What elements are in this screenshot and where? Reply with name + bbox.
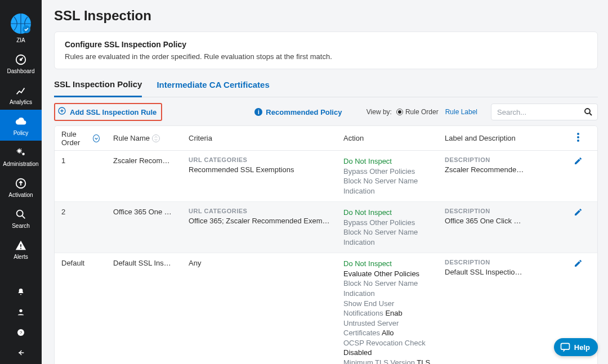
cloud-icon [14,115,28,128]
collapse-icon [16,348,25,359]
sidebar: ZIA Dashboard Analytics Policy Administr… [0,0,42,364]
rules-table: Rule Order Rule Name Criteria Action Lab… [54,125,598,364]
alert-icon [15,239,27,251]
table-header: Rule Order Rule Name Criteria Action Lab… [55,126,597,151]
cell-label-desc: DESCRIPTIONDefault SSL Inspectio… [438,259,567,364]
search-input[interactable] [491,104,598,120]
tabs: SSL Inspection Policy Intermediate CA Ce… [54,73,598,97]
tab-intermediate-ca[interactable]: Intermediate CA Certificates [157,73,269,96]
th-criteria: Criteria [189,134,212,142]
radio-rule-label-label: Rule Label [445,108,477,116]
svg-point-7 [17,210,23,217]
sidebar-item-search[interactable]: Search [0,203,42,233]
page-title: SSL Inspection [54,8,598,24]
help-button[interactable]: Help [554,338,598,356]
sidebar-brand[interactable]: ZIA [0,7,42,48]
sidebar-item-activation[interactable]: Activation [0,172,42,203]
gauge-icon [15,53,27,66]
cell-action: Do Not InspectBypass Other PoliciesBlock… [337,208,438,247]
sort-icon-grey[interactable] [152,134,160,142]
cell-edit [567,156,589,196]
edit-icon[interactable] [574,156,583,167]
th-rule-order[interactable]: Rule Order [61,130,91,147]
add-ssl-inspection-rule-button[interactable]: Add SSL Inspection Rule [54,103,162,121]
toolbar: Add SSL Inspection Rule i Recommended Po… [54,103,598,121]
cell-label-desc: DESCRIPTIONZscaler Recommende… [438,156,567,196]
sidebar-item-policy[interactable]: Policy [0,110,42,141]
edit-icon[interactable] [574,259,583,269]
cell-action: Do Not InspectBypass Other PoliciesBlock… [337,156,438,196]
tab-ssl-inspection-policy[interactable]: SSL Inspection Policy [54,73,142,97]
svg-point-15 [577,133,579,135]
svg-point-3 [20,59,22,61]
upload-icon [15,177,27,190]
config-card-title: Configure SSL Inspection Policy [65,40,587,49]
cell-criteria: URL CATEGORIESOffice 365; Zscaler Recomm… [182,208,337,247]
th-rule-name[interactable]: Rule Name [113,134,150,142]
radio-selected-icon [396,109,403,115]
cell-name: Default SSL Inspectio… [106,259,182,364]
plus-circle-icon [57,106,66,118]
sidebar-item-dashboard[interactable]: Dashboard [0,48,42,79]
radio-rule-order-label: Rule Order [405,108,439,116]
svg-point-5 [22,153,24,155]
view-by-group: View by: Rule Order Rule Label [366,104,598,120]
brand-label: ZIA [16,37,25,43]
table-body: 1Zscaler Recommende…URL CATEGORIESRecomm… [55,151,597,364]
bell-icon [16,287,25,299]
cell-order: 1 [55,156,106,196]
th-label-desc: Label and Description [445,134,516,142]
help-label: Help [574,343,590,352]
config-card: Configure SSL Inspection Policy Rules ar… [54,32,598,69]
svg-point-16 [577,136,579,138]
sort-icon[interactable] [93,134,100,142]
table-row: 1Zscaler Recommende…URL CATEGORIESRecomm… [55,151,597,202]
table-row: 2Office 365 One ClickURL CATEGORIESOffic… [55,202,597,253]
add-rule-label: Add SSL Inspection Rule [70,108,157,116]
search-icon[interactable] [583,107,593,119]
svg-rect-18 [561,343,569,349]
sidebar-mini-bell[interactable] [0,283,42,303]
cell-order: Default [55,259,106,364]
main-area: SSL Inspection Configure SSL Inspection … [42,0,608,364]
sidebar-label-alerts: Alerts [14,254,28,260]
recommended-policy-link[interactable]: i Recommended Policy [254,108,342,116]
svg-rect-8 [20,244,21,247]
radio-rule-label[interactable]: Rule Label [445,108,477,116]
user-icon [16,308,25,319]
sidebar-mini-user[interactable] [0,303,42,323]
sidebar-item-administration[interactable]: Administration [0,141,42,172]
sidebar-label-dashboard: Dashboard [7,68,35,74]
svg-text:?: ? [20,330,23,335]
gears-icon [14,146,28,159]
sidebar-item-analytics[interactable]: Analytics [0,79,42,110]
svg-point-10 [19,309,22,312]
th-action: Action [343,134,364,142]
svg-point-14 [585,109,590,114]
view-by-label: View by: [366,108,392,116]
config-card-desc: Rules are evaluated in the order specifi… [65,52,587,61]
cell-action: Do Not InspectEvaluate Other PoliciesBlo… [337,259,438,364]
edit-icon[interactable] [574,208,583,218]
sidebar-label-analytics: Analytics [10,99,32,105]
sidebar-label-activation: Activation [8,192,33,198]
sidebar-mini-help[interactable]: ? [0,323,42,344]
cell-edit [567,208,589,247]
svg-point-17 [577,140,579,142]
sidebar-label-policy: Policy [14,130,29,136]
globe-icon [10,12,32,35]
sidebar-label-search: Search [12,223,30,229]
help-chat-icon [560,341,571,353]
cell-name: Zscaler Recommende… [106,156,182,196]
cell-criteria: URL CATEGORIESRecommended SSL Exemptions [182,156,337,196]
info-icon: i [254,108,262,116]
search-wrap [491,104,598,120]
magnifier-icon [15,208,27,221]
radio-rule-order[interactable]: Rule Order [396,108,439,116]
sidebar-mini-collapse[interactable] [0,344,42,364]
columns-menu-icon[interactable] [577,133,579,143]
sidebar-item-alerts[interactable]: Alerts [0,233,42,264]
table-row: DefaultDefault SSL Inspectio…AnyDo Not I… [55,253,597,364]
cell-order: 2 [55,208,106,247]
sidebar-label-administration: Administration [3,161,38,167]
